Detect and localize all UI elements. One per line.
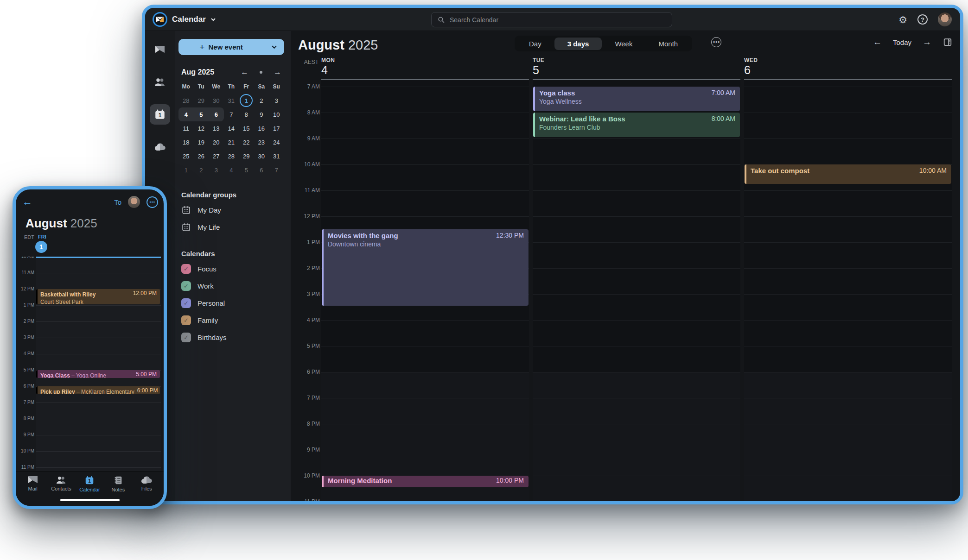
mini-calendar-day[interactable]: 13 bbox=[209, 121, 224, 135]
calendar-checkbox[interactable]: ✓ bbox=[181, 281, 191, 291]
mini-calendar-day[interactable]: 21 bbox=[224, 135, 239, 149]
mini-calendar-day[interactable]: 28 bbox=[224, 149, 239, 163]
calendar-checkbox[interactable]: ✓ bbox=[181, 333, 191, 342]
next-period-button[interactable]: → bbox=[923, 37, 931, 47]
phone-day-column[interactable]: Basketball with Riley12:00 PMCourt Stree… bbox=[36, 257, 161, 489]
hour-cell[interactable] bbox=[744, 113, 952, 138]
event-card[interactable]: Webinar: Lead like a Boss8:00 AMFounders… bbox=[533, 113, 740, 137]
event-card[interactable]: Movies with the gang12:30 PMDowntown cin… bbox=[322, 229, 529, 306]
hour-cell[interactable] bbox=[533, 294, 740, 320]
event-card[interactable]: Morning Meditation10:00 PM bbox=[322, 476, 529, 487]
phone-more-options-button[interactable]: ⋯ bbox=[146, 196, 158, 208]
hour-cell[interactable] bbox=[533, 164, 740, 190]
calendar-group-item[interactable]: My Life bbox=[178, 219, 287, 236]
phone-event-card[interactable]: Pick up Riley – McKlaren Elementary6:00 … bbox=[36, 386, 160, 394]
calendar-list-item[interactable]: ✓Birthdays bbox=[178, 329, 287, 346]
hour-cell[interactable] bbox=[321, 164, 529, 190]
day-column[interactable]: Movies with the gang12:30 PMDowntown cin… bbox=[321, 79, 529, 501]
mini-calendar-day[interactable]: 6 bbox=[254, 163, 269, 177]
nav-contacts-button[interactable]: Contacts bbox=[48, 475, 74, 506]
view-tab-3-days[interactable]: 3 days bbox=[554, 38, 602, 50]
mini-today-dot-button[interactable] bbox=[260, 71, 262, 74]
phone-hour-cell[interactable] bbox=[36, 321, 161, 338]
hour-cell[interactable] bbox=[744, 216, 952, 242]
hour-cell[interactable] bbox=[533, 190, 740, 216]
mini-calendar-day[interactable]: 4 bbox=[178, 107, 194, 121]
mini-calendar-day[interactable]: 7 bbox=[224, 107, 239, 121]
mini-calendar-day[interactable]: 17 bbox=[269, 121, 284, 135]
mini-calendar-day[interactable]: 18 bbox=[178, 135, 194, 149]
prev-period-button[interactable]: ← bbox=[873, 37, 882, 47]
phone-hour-cell[interactable] bbox=[36, 257, 161, 273]
phone-hour-cell[interactable] bbox=[36, 451, 161, 467]
back-arrow-button[interactable]: ← bbox=[22, 196, 32, 208]
hour-cell[interactable] bbox=[744, 372, 952, 398]
hour-cell[interactable] bbox=[321, 346, 529, 372]
hour-cell[interactable] bbox=[321, 450, 529, 476]
mini-calendar-day[interactable]: 7 bbox=[269, 163, 284, 177]
mini-next-button[interactable]: → bbox=[274, 68, 281, 77]
hour-cell[interactable] bbox=[321, 320, 529, 346]
calendar-list-item[interactable]: ✓Work bbox=[178, 277, 287, 295]
hour-cell[interactable] bbox=[533, 398, 740, 424]
hour-cell[interactable] bbox=[744, 242, 952, 268]
rail-calendar-button[interactable]: 1 bbox=[150, 104, 170, 125]
calendar-checkbox[interactable]: ✓ bbox=[181, 298, 191, 308]
mini-calendar-day[interactable]: 28 bbox=[178, 94, 194, 107]
mini-calendar-day[interactable]: 31 bbox=[224, 94, 239, 107]
mini-calendar-day[interactable]: 25 bbox=[178, 149, 194, 163]
phone-today-button[interactable]: To bbox=[114, 198, 121, 206]
hour-cell[interactable] bbox=[321, 424, 529, 450]
day-column[interactable]: Take out compost10:00 AM bbox=[744, 79, 952, 501]
hour-cell[interactable] bbox=[744, 424, 952, 450]
calendar-checkbox[interactable]: ✓ bbox=[181, 264, 191, 274]
mini-calendar-day[interactable]: 20 bbox=[209, 135, 224, 149]
hour-cell[interactable] bbox=[744, 87, 952, 113]
mini-calendar-day[interactable]: 23 bbox=[254, 135, 269, 149]
mini-calendar-day[interactable]: 3 bbox=[209, 163, 224, 177]
calendar-group-item[interactable]: My Day bbox=[178, 201, 287, 219]
hour-cell[interactable] bbox=[533, 476, 740, 501]
rail-files-button[interactable] bbox=[150, 137, 170, 157]
nav-notes-button[interactable]: Notes bbox=[105, 475, 131, 506]
hour-cell[interactable] bbox=[533, 216, 740, 242]
phone-day-number-badge[interactable]: 1 bbox=[35, 241, 47, 253]
hour-cell[interactable] bbox=[533, 424, 740, 450]
mini-calendar-day[interactable]: 14 bbox=[224, 121, 239, 135]
app-switcher[interactable]: Calendar bbox=[145, 12, 216, 27]
nav-mail-button[interactable]: Mail bbox=[20, 475, 46, 506]
hour-cell[interactable] bbox=[533, 268, 740, 294]
mini-calendar-day[interactable]: 10 bbox=[269, 107, 284, 121]
mini-calendar-day[interactable]: 1 bbox=[178, 163, 194, 177]
mini-calendar-day[interactable]: 19 bbox=[194, 135, 209, 149]
phone-hour-cell[interactable] bbox=[36, 273, 161, 289]
mini-calendar-day[interactable]: 8 bbox=[239, 107, 254, 121]
view-tab-month[interactable]: Month bbox=[645, 38, 691, 50]
mini-calendar-day[interactable]: 24 bbox=[269, 135, 284, 149]
view-tab-day[interactable]: Day bbox=[516, 38, 554, 50]
mini-calendar-day[interactable]: 30 bbox=[209, 94, 224, 107]
view-tab-week[interactable]: Week bbox=[602, 38, 645, 50]
mini-calendar-day[interactable]: 4 bbox=[224, 163, 239, 177]
mini-calendar-day[interactable]: 5 bbox=[194, 107, 209, 121]
rail-contacts-button[interactable] bbox=[150, 72, 170, 92]
hour-cell[interactable] bbox=[533, 138, 740, 164]
rail-mail-button[interactable] bbox=[150, 39, 170, 60]
mini-prev-button[interactable]: ← bbox=[241, 68, 248, 77]
hour-cell[interactable] bbox=[744, 476, 952, 501]
hour-cell[interactable] bbox=[533, 320, 740, 346]
hour-cell[interactable] bbox=[321, 398, 529, 424]
phone-event-card[interactable]: Basketball with Riley12:00 PMCourt Stree… bbox=[36, 289, 160, 304]
help-icon[interactable]: ? bbox=[917, 14, 928, 25]
today-button[interactable]: Today bbox=[893, 38, 911, 46]
mini-calendar-day[interactable]: 6 bbox=[209, 107, 224, 121]
mini-calendar-day[interactable]: 29 bbox=[239, 149, 254, 163]
mini-calendar-day[interactable]: 3 bbox=[269, 94, 284, 107]
mini-calendar-day[interactable]: 12 bbox=[194, 121, 209, 135]
mini-calendar-day[interactable]: 26 bbox=[194, 149, 209, 163]
mini-calendar-day[interactable]: 9 bbox=[254, 107, 269, 121]
phone-hour-cell[interactable] bbox=[36, 435, 161, 451]
hour-cell[interactable] bbox=[533, 450, 740, 476]
mini-calendar-day[interactable]: 15 bbox=[239, 121, 254, 135]
calendar-list-item[interactable]: ✓Focus bbox=[178, 260, 287, 277]
